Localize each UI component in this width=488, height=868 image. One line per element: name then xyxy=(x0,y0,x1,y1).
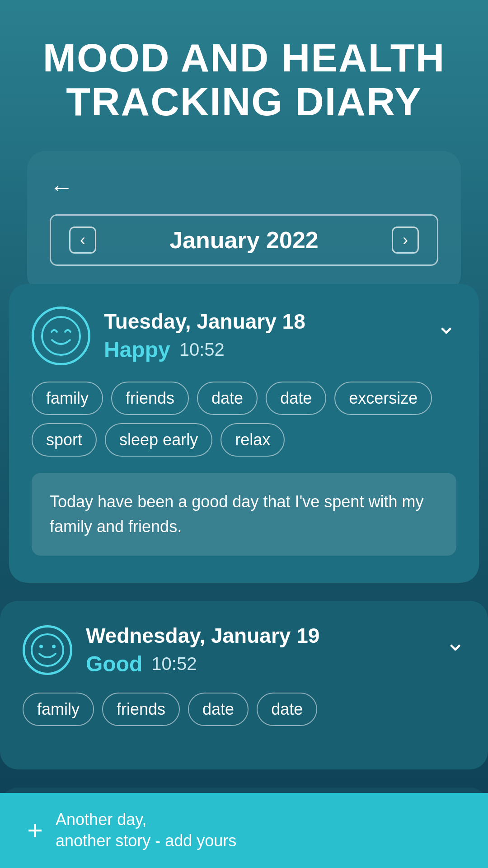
mood-icon-2 xyxy=(23,625,72,675)
tag-friends-2[interactable]: friends xyxy=(102,693,180,726)
entry-header-2: Wednesday, January 19 Good 10:52 ⌄ xyxy=(23,623,465,676)
entry-card-1: Tuesday, January 18 Happy 10:52 ⌄ family… xyxy=(9,284,479,583)
main-title: MOOD AND HEALTH TRACKING DIARY xyxy=(27,36,461,124)
month-navigation: ‹ January 2022 › xyxy=(50,214,438,266)
svg-point-0 xyxy=(42,317,80,355)
happy-face-icon xyxy=(41,316,81,356)
header-section: MOOD AND HEALTH TRACKING DIARY xyxy=(0,0,488,151)
add-story-bar[interactable]: + Another day, another story - add yours xyxy=(0,793,488,868)
entry-date-2: Wednesday, January 19 xyxy=(86,623,319,648)
plus-icon: + xyxy=(27,817,43,844)
tags-row-2: family friends date date xyxy=(23,693,465,726)
tag-excersize[interactable]: excersize xyxy=(334,382,432,415)
mood-label-2: Good xyxy=(86,651,142,676)
next-month-button[interactable]: › xyxy=(392,226,419,254)
add-story-line2: another story - add yours xyxy=(56,830,236,852)
tag-friends-1[interactable]: friends xyxy=(111,382,189,415)
entry-mood-row-1: Happy 10:52 xyxy=(104,337,305,362)
tags-row-1: family friends date date excersize sport… xyxy=(32,382,456,457)
add-story-text-block: Another day, another story - add yours xyxy=(56,809,236,852)
tag-date-1[interactable]: date xyxy=(197,382,258,415)
prev-month-button[interactable]: ‹ xyxy=(69,226,96,254)
add-story-line1: Another day, xyxy=(56,809,236,830)
calendar-card: ← ‹ January 2022 › xyxy=(27,151,461,293)
svg-point-1 xyxy=(32,634,63,666)
expand-button-2[interactable]: ⌄ xyxy=(445,628,465,656)
expand-button-1[interactable]: ⌄ xyxy=(436,311,456,340)
entry-info-2: Wednesday, January 19 Good 10:52 xyxy=(86,623,319,676)
tag-relax[interactable]: relax xyxy=(221,423,285,457)
entry-info-1: Tuesday, January 18 Happy 10:52 xyxy=(104,309,305,362)
entry-header-left-2: Wednesday, January 19 Good 10:52 xyxy=(23,623,319,676)
back-button[interactable]: ← xyxy=(50,174,73,201)
good-face-icon xyxy=(30,633,65,667)
svg-point-3 xyxy=(52,645,56,648)
month-label: January 2022 xyxy=(169,226,319,254)
entry-header-1: Tuesday, January 18 Happy 10:52 ⌄ xyxy=(32,307,456,365)
tag-date-3[interactable]: date xyxy=(188,693,249,726)
entry-card-2: Wednesday, January 19 Good 10:52 ⌄ famil… xyxy=(0,601,488,769)
entry-time-1: 10:52 xyxy=(179,340,225,360)
mood-icon-1 xyxy=(32,307,90,365)
tag-family-2[interactable]: family xyxy=(23,693,94,726)
svg-point-2 xyxy=(39,645,43,648)
tag-sport[interactable]: sport xyxy=(32,423,97,457)
entry-mood-row-2: Good 10:52 xyxy=(86,651,319,676)
tag-date-4[interactable]: date xyxy=(257,693,317,726)
entry-header-left-1: Tuesday, January 18 Happy 10:52 xyxy=(32,307,305,365)
entry-date-1: Tuesday, January 18 xyxy=(104,309,305,334)
entry-time-2: 10:52 xyxy=(151,654,197,674)
tag-date-2[interactable]: date xyxy=(266,382,326,415)
tag-family-1[interactable]: family xyxy=(32,382,103,415)
mood-label-1: Happy xyxy=(104,337,170,362)
note-box-1: Today have been a good day that I've spe… xyxy=(32,473,456,556)
note-text-1: Today have been a good day that I've spe… xyxy=(50,489,438,540)
tag-sleep-early[interactable]: sleep early xyxy=(105,423,212,457)
